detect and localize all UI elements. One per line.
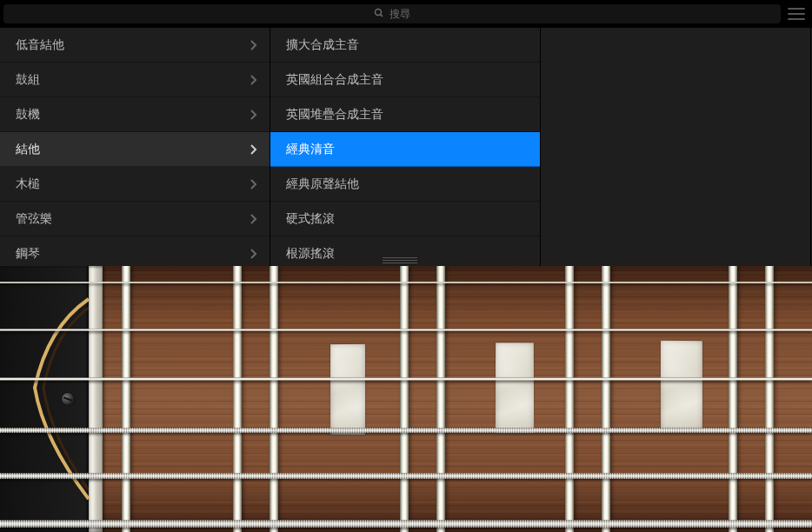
category-label: 管弦樂: [16, 211, 52, 227]
guitar-string-1[interactable]: [0, 282, 812, 283]
preset-label: 擴大合成主音: [286, 37, 359, 53]
chevron-right-icon: [250, 179, 257, 190]
fretboard-inlay: [661, 341, 702, 431]
chevron-right-icon: [250, 214, 257, 224]
chevron-right-icon: [250, 144, 257, 155]
preset-column: 擴大合成主音 英國組合合成主音 英國堆疊合成主音 經典清音 經典原聲結他 硬式搖…: [270, 28, 541, 266]
guitar-string-6[interactable]: [0, 520, 812, 528]
svg-point-0: [376, 10, 382, 16]
guitar-fretboard[interactable]: [0, 266, 812, 532]
preset-item-selected[interactable]: 經典清音: [270, 132, 540, 167]
preset-detail-column: [541, 28, 811, 266]
preset-label: 經典原聲結他: [286, 176, 359, 192]
category-item-bass[interactable]: 低音結他: [0, 28, 270, 63]
guitar-string-3[interactable]: [0, 377, 812, 381]
fretboard-inlay: [496, 342, 534, 433]
category-item-orchestral[interactable]: 管弦樂: [0, 202, 270, 236]
strap-screw: [62, 393, 74, 405]
guitar-fret: [400, 266, 409, 532]
chevron-right-icon: [250, 75, 257, 85]
guitar-fret: [565, 266, 574, 532]
guitar-fret: [122, 266, 130, 532]
category-item-mallet[interactable]: 木槌: [0, 167, 270, 202]
category-column: 低音結他 鼓組 鼓機 結他 木槌 管弦樂: [0, 28, 270, 266]
preset-item[interactable]: 經典原聲結他: [270, 167, 540, 202]
svg-line-1: [381, 15, 383, 17]
search-bar[interactable]: 搜尋: [3, 4, 781, 23]
guitar-string-4[interactable]: [0, 428, 812, 433]
headstock-inlay: [0, 266, 89, 532]
chevron-right-icon: [250, 249, 257, 259]
preset-item[interactable]: 英國堆疊合成主音: [270, 97, 540, 132]
category-label: 鼓機: [16, 107, 40, 123]
category-label: 鼓組: [16, 72, 40, 88]
chevron-right-icon: [250, 110, 257, 120]
category-item-drumkit[interactable]: 鼓組: [0, 63, 270, 97]
search-icon: [374, 6, 384, 22]
panel-resize-handle[interactable]: [383, 254, 417, 266]
guitar-fret: [270, 266, 278, 532]
chevron-right-icon: [250, 40, 257, 50]
fretboard-inlay: [330, 344, 365, 435]
search-placeholder: 搜尋: [389, 7, 410, 22]
guitar-fret: [765, 266, 774, 532]
category-label: 鋼琴: [16, 246, 40, 262]
category-label: 木槌: [16, 176, 40, 192]
menu-toggle-icon[interactable]: [788, 8, 805, 20]
preset-label: 經典清音: [286, 142, 335, 157]
preset-item[interactable]: 擴大合成主音: [270, 28, 540, 63]
guitar-string-5[interactable]: [0, 473, 812, 479]
preset-item[interactable]: 硬式搖滾: [270, 202, 540, 236]
category-label: 低音結他: [16, 37, 64, 53]
guitar-fret: [602, 266, 610, 532]
preset-label: 硬式搖滾: [286, 211, 335, 227]
instrument-browser: 低音結他 鼓組 鼓機 結他 木槌 管弦樂: [0, 28, 812, 266]
guitar-fret: [233, 266, 242, 532]
guitar-fret: [436, 266, 445, 532]
guitar-fret: [729, 266, 737, 532]
category-item-drummachine[interactable]: 鼓機: [0, 97, 270, 132]
preset-label: 根源搖滾: [286, 246, 335, 262]
guitar-string-2[interactable]: [0, 329, 812, 331]
category-item-piano[interactable]: 鋼琴: [0, 236, 270, 266]
preset-label: 英國堆疊合成主音: [286, 107, 383, 123]
category-item-guitar[interactable]: 結他: [0, 132, 270, 167]
preset-label: 英國組合合成主音: [286, 72, 383, 88]
preset-item[interactable]: 英國組合合成主音: [270, 63, 540, 97]
guitar-nut: [89, 266, 103, 532]
category-label: 結他: [16, 142, 40, 157]
